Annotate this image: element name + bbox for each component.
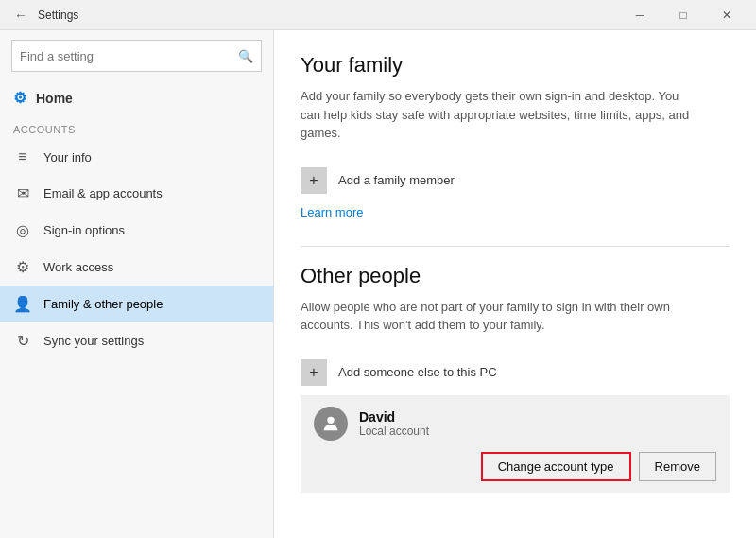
add-family-label: Add a family member (338, 173, 455, 187)
user-name: David (359, 409, 429, 425)
your-info-label: Your info (43, 150, 92, 165)
user-info: David Local account (359, 409, 429, 438)
user-card: David Local account Change account type … (301, 395, 730, 493)
svg-point-0 (327, 416, 334, 423)
work-icon: ⚙ (13, 258, 32, 276)
user-account-type: Local account (359, 425, 429, 438)
sidebar-item-work[interactable]: ⚙ Work access (0, 249, 273, 286)
window-title: Settings (38, 9, 78, 22)
change-account-type-button[interactable]: Change account type (481, 452, 631, 481)
sidebar-item-signin[interactable]: ◎ Sign-in options (0, 212, 273, 249)
other-section-title: Other people (301, 264, 730, 288)
home-nav-item[interactable]: ⚙ Home (0, 81, 273, 114)
content-area: Your family Add your family so everybody… (274, 30, 756, 538)
search-icon: 🔍 (238, 49, 253, 63)
search-box[interactable]: 🔍 (11, 40, 262, 72)
family-section-title: Your family (301, 53, 730, 78)
add-family-icon: + (301, 167, 327, 194)
family-icon: 👤 (13, 295, 32, 313)
sync-label: Sync your settings (43, 334, 144, 348)
window-controls: ─ □ ✕ (618, 0, 748, 30)
sidebar: 🔍 ⚙ Home Accounts ≡ Your info ✉ Email & … (0, 30, 274, 538)
email-icon: ✉ (13, 184, 32, 202)
signin-label: Sign-in options (43, 223, 125, 237)
learn-more-link[interactable]: Learn more (301, 205, 363, 219)
user-card-actions: Change account type Remove (314, 452, 716, 481)
other-section-desc: Allow people who are not part of your fa… (301, 298, 697, 335)
close-button[interactable]: ✕ (705, 0, 748, 30)
accounts-section-label: Accounts (0, 114, 273, 139)
avatar (314, 407, 348, 441)
user-card-top: David Local account (314, 407, 716, 441)
family-section-desc: Add your family so everybody gets their … (301, 87, 697, 143)
section-divider (301, 246, 730, 247)
sidebar-item-sync[interactable]: ↻ Sync your settings (0, 322, 273, 359)
your-info-icon: ≡ (13, 148, 32, 165)
work-label: Work access (43, 260, 113, 274)
add-other-label: Add someone else to this PC (338, 365, 497, 379)
search-input[interactable] (20, 49, 238, 63)
sidebar-item-family[interactable]: 👤 Family & other people (0, 286, 273, 322)
sidebar-item-your-info[interactable]: ≡ Your info (0, 139, 273, 175)
maximize-button[interactable]: □ (662, 0, 705, 30)
sync-icon: ↻ (13, 332, 32, 350)
signin-icon: ◎ (13, 221, 32, 239)
sidebar-item-email-app[interactable]: ✉ Email & app accounts (0, 175, 273, 212)
remove-button[interactable]: Remove (639, 452, 716, 481)
minimize-button[interactable]: ─ (618, 0, 662, 30)
add-family-member-row[interactable]: + Add a family member (301, 158, 730, 203)
home-label: Home (36, 91, 73, 106)
family-label: Family & other people (43, 297, 163, 311)
back-button[interactable]: ← (8, 2, 34, 28)
title-bar: ← Settings ─ □ ✕ (0, 0, 756, 30)
add-other-person-row[interactable]: + Add someone else to this PC (301, 350, 730, 395)
app-body: 🔍 ⚙ Home Accounts ≡ Your info ✉ Email & … (0, 30, 756, 538)
add-other-icon: + (301, 359, 327, 386)
home-icon: ⚙ (13, 89, 26, 107)
email-label: Email & app accounts (43, 186, 163, 200)
